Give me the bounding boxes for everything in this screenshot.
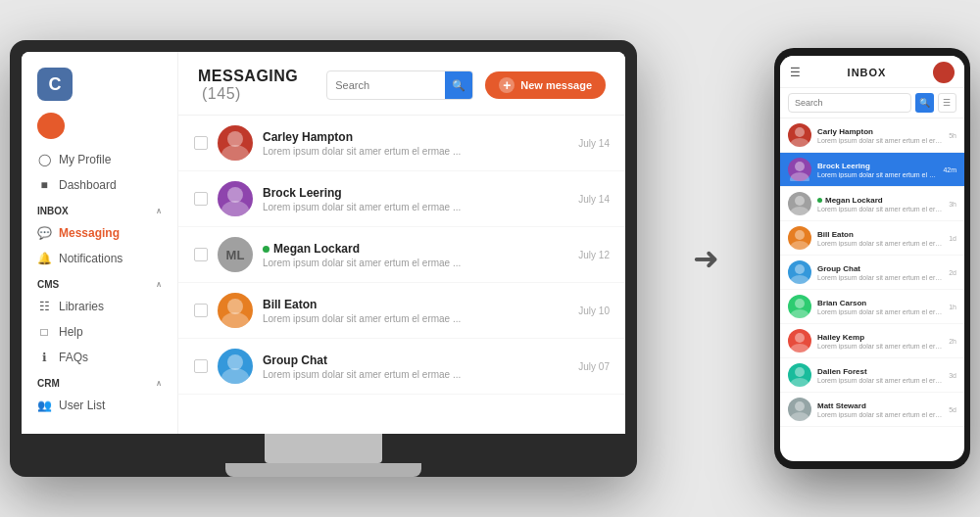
phone-user-avatar[interactable] <box>933 62 955 83</box>
phone-search-input[interactable] <box>788 93 911 113</box>
msg-avatar <box>218 349 253 384</box>
phone-msg-name: Dallen Forest <box>817 367 943 376</box>
svg-point-20 <box>795 333 805 343</box>
svg-point-17 <box>790 275 809 284</box>
online-indicator <box>263 246 270 253</box>
page-title: MESSAGING (145) <box>198 68 326 103</box>
svg-point-18 <box>795 299 805 308</box>
message-row[interactable]: Carley Hampton Lorem ipsum dolar sit ame… <box>178 116 625 171</box>
search-button[interactable]: 🔍 <box>445 70 472 100</box>
phone-msg-avatar <box>788 123 811 147</box>
new-message-button[interactable]: + New message <box>485 71 606 99</box>
phone-filter-icon: ☰ <box>943 98 951 108</box>
phone-msg-content: Dallen Forest Lorem ipsum dolar sit amer… <box>817 367 943 384</box>
sidebar-item-messaging[interactable]: 💬 Messaging <box>22 220 177 246</box>
mobile-phone: ☰ INBOX 🔍 ☰ Carly Hampton <box>774 48 970 469</box>
phone-msg-content: Hailey Kemp Lorem ipsum dolar sit amer e… <box>817 333 943 350</box>
message-row[interactable]: Group Chat Lorem ipsum dolar sit amer er… <box>178 339 625 395</box>
phone-msg-name: Brian Carson <box>817 299 943 307</box>
svg-point-19 <box>790 309 809 318</box>
svg-point-14 <box>795 230 805 240</box>
phone-msg-date: 1d <box>949 235 956 242</box>
svg-point-13 <box>790 207 809 215</box>
sidebar-item-dashboard[interactable]: ■ Dashboard <box>22 172 177 198</box>
user-avatar[interactable] <box>37 113 65 139</box>
svg-point-7 <box>221 368 249 384</box>
phone-msg-date: 2d <box>949 269 956 276</box>
phone-message-row[interactable]: Megan Lockard Lorem ipsum dolar sit amer… <box>780 187 964 221</box>
main-content: MESSAGING (145) 🔍 + New message <box>178 52 625 434</box>
phone-message-row[interactable]: Carly Hampton Lorem ipsum dolar sit amer… <box>780 118 964 153</box>
phone-message-row[interactable]: Dallen Forest Lorem ipsum dolar sit amer… <box>780 358 964 393</box>
phone-msg-date: 42m <box>943 166 956 173</box>
msg-avatar: ML <box>218 237 253 272</box>
phone-search-bar: 🔍 ☰ <box>780 88 964 118</box>
phone-msg-name: Megan Lockard <box>817 196 943 205</box>
msg-name: Megan Lockard <box>263 242 568 256</box>
sidebar-item-notifications[interactable]: 🔔 Notifications <box>22 246 177 271</box>
msg-content: Carley Hampton Lorem ipsum dolar sit ame… <box>263 130 568 157</box>
msg-date: July 10 <box>578 306 610 316</box>
monitor-stand <box>265 434 382 463</box>
sidebar-section-inbox: INBOX ∧ <box>22 198 177 220</box>
msg-checkbox[interactable] <box>194 359 208 373</box>
message-row[interactable]: ML Megan Lockard Lorem ipsum dolar sit a… <box>178 227 625 283</box>
phone-message-row[interactable]: Matt Steward Lorem ipsum dolar sit amer … <box>780 393 964 427</box>
sidebar-item-libraries[interactable]: ☷ Libraries <box>22 294 177 319</box>
phone-title: INBOX <box>848 67 887 78</box>
msg-preview: Lorem ipsum dolar sit amer ertum el erma… <box>263 202 568 212</box>
phone-msg-avatar <box>788 158 811 181</box>
hamburger-icon[interactable]: ☰ <box>790 66 801 79</box>
phone-msg-content: Matt Steward Lorem ipsum dolar sit amer … <box>817 401 943 418</box>
phone-search-button[interactable]: 🔍 <box>915 93 934 113</box>
svg-point-1 <box>221 145 249 161</box>
phone-message-row[interactable]: Brian Carson Lorem ipsum dolar sit amer … <box>780 290 964 324</box>
sidebar-section-cms: CMS ∧ <box>22 271 177 294</box>
msg-checkbox[interactable] <box>194 136 208 150</box>
svg-point-12 <box>795 196 805 206</box>
sidebar-item-faqs[interactable]: ℹ FAQs <box>22 345 177 370</box>
message-list: Carley Hampton Lorem ipsum dolar sit ame… <box>178 116 625 434</box>
svg-point-16 <box>795 264 805 274</box>
msg-checkbox[interactable] <box>194 192 208 206</box>
user-icon: ◯ <box>37 153 51 166</box>
msg-checkbox[interactable] <box>194 304 208 317</box>
sidebar-item-help[interactable]: □ Help <box>22 319 177 345</box>
msg-name: Group Chat <box>263 353 568 367</box>
search-input[interactable] <box>327 79 445 91</box>
cms-chevron: ∧ <box>156 280 162 289</box>
sidebar: C ◯ My Profile ■ Dashboard INBOX ∧ 💬 <box>22 52 178 434</box>
phone-msg-avatar <box>788 260 811 284</box>
phone-msg-name: Hailey Kemp <box>817 333 943 342</box>
phone-filter-button[interactable]: ☰ <box>938 93 956 113</box>
phone-message-row[interactable]: Group Chat Lorem ipsum dolar sit amer er… <box>780 256 964 290</box>
messaging-icon: 💬 <box>37 226 51 240</box>
msg-content: Bill Eaton Lorem ipsum dolar sit amer er… <box>263 298 568 324</box>
msg-date: July 14 <box>578 194 610 205</box>
message-row[interactable]: Bill Eaton Lorem ipsum dolar sit amer er… <box>178 283 625 339</box>
msg-preview: Lorem ipsum dolar sit amer ertum el erma… <box>263 146 568 157</box>
phone-msg-content: Megan Lockard Lorem ipsum dolar sit amer… <box>817 196 943 212</box>
header-actions: 🔍 + New message <box>326 70 606 100</box>
desktop-monitor: C ◯ My Profile ■ Dashboard INBOX ∧ 💬 <box>10 40 637 477</box>
msg-preview: Lorem ipsum dolar sit amer ertum el erma… <box>263 258 568 268</box>
phone-message-row[interactable]: Hailey Kemp Lorem ipsum dolar sit amer e… <box>780 324 964 358</box>
sidebar-item-my-profile[interactable]: ◯ My Profile <box>22 147 177 172</box>
sidebar-section-crm: CRM ∧ <box>22 370 177 393</box>
message-row[interactable]: Brock Leering Lorem ipsum dolar sit amer… <box>178 171 625 227</box>
phone-msg-avatar <box>788 295 811 318</box>
sidebar-item-user-list[interactable]: 👥 User List <box>22 393 177 418</box>
msg-date: July 07 <box>578 361 610 372</box>
msg-checkbox[interactable] <box>194 248 208 261</box>
phone-message-row[interactable]: Brock Leering Lorem ipsum dolar sit amer… <box>780 153 964 187</box>
svg-point-10 <box>795 162 805 171</box>
phone-msg-name: Group Chat <box>817 264 943 273</box>
arrow-icon: ➜ <box>693 240 719 277</box>
phone-msg-date: 3h <box>949 201 956 208</box>
phone-msg-name: Bill Eaton <box>817 230 943 239</box>
phone-msg-content: Group Chat Lorem ipsum dolar sit amer er… <box>817 264 943 281</box>
phone-msg-date: 5d <box>949 406 956 413</box>
svg-point-25 <box>790 412 809 421</box>
phone-message-row[interactable]: Bill Eaton Lorem ipsum dolar sit amer er… <box>780 221 964 256</box>
svg-point-8 <box>795 127 805 137</box>
